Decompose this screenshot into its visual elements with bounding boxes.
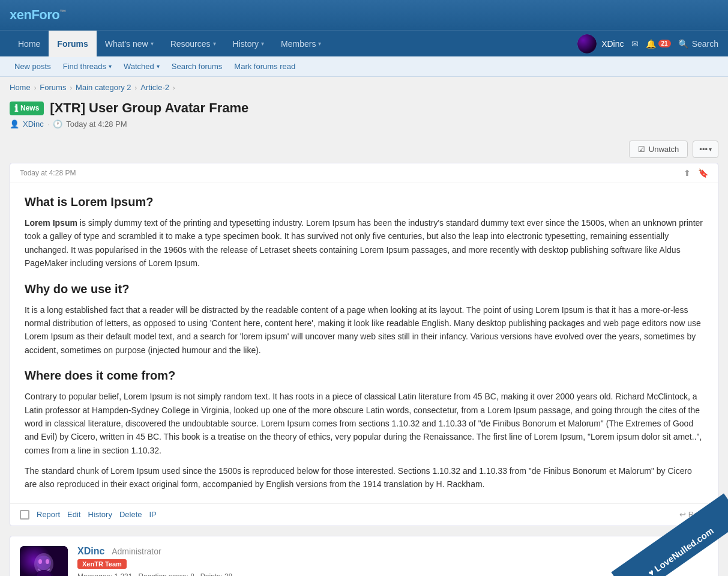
members-chevron-icon: ▾ — [318, 40, 321, 47]
stats-sep-2: · — [196, 572, 200, 576]
logo-trademark: ™ — [59, 8, 66, 16]
user-icon: 👤 — [10, 120, 19, 129]
section-heading-3: Where does it come from? — [25, 369, 703, 383]
thread-title-text: [XTR] User Group Avatar Frame — [50, 100, 248, 116]
thread-author[interactable]: XDinc — [23, 120, 44, 129]
resources-chevron-icon: ▾ — [213, 40, 216, 47]
notifications-button[interactable]: 🔔 21 — [646, 39, 671, 49]
logo-part2: Foro — [31, 7, 59, 22]
more-icon: ••• — [699, 145, 708, 154]
section-heading-2: Why do we use it? — [25, 282, 703, 296]
reply-button[interactable]: ↩ Reply — [679, 510, 708, 519]
user-name-row: XDinc Administrator — [77, 546, 708, 557]
post-footer: Report Edit History Delete IP ↩ Reply — [10, 503, 718, 526]
user-tag-row: XenTR Team — [77, 557, 708, 569]
main-nav: Home Forums What's new ▾ Resources ▾ His… — [0, 30, 728, 56]
breadcrumb-main-category[interactable]: Main category 2 — [76, 83, 131, 92]
points-count: 38 — [224, 572, 232, 576]
reaction-count: 8 — [190, 572, 194, 576]
post-header-actions: ⬆ 🔖 — [684, 168, 708, 178]
user-avatar-small — [577, 34, 597, 53]
user-name[interactable]: XDinc — [77, 546, 104, 556]
subnav-search-forums[interactable]: Search forums — [167, 56, 227, 77]
ip-link[interactable]: IP — [149, 510, 156, 519]
edit-link[interactable]: Edit — [67, 510, 80, 519]
thread-timestamp: Today at 4:28 PM — [66, 120, 127, 129]
history-link[interactable]: History — [88, 510, 112, 519]
post-header: Today at 4:28 PM ⬆ 🔖 — [10, 163, 718, 183]
nav-items: Home Forums What's new ▾ Resources ▾ His… — [10, 31, 577, 57]
news-icon: ℹ — [14, 103, 18, 114]
search-icon: 🔍 — [678, 39, 688, 49]
news-badge: ℹ News — [10, 102, 44, 115]
username-label: XDinc — [601, 39, 624, 49]
breadcrumb-sep-3: › — [135, 84, 137, 91]
user-tag: XenTR Team — [77, 559, 127, 569]
nav-item-whatsnew[interactable]: What's new ▾ — [97, 31, 162, 57]
bookmark-icon[interactable]: 🔖 — [698, 168, 708, 178]
breadcrumb-sep-1: › — [34, 84, 37, 91]
post-content: What is Lorem Ipsum? Lorem Ipsum is simp… — [10, 183, 718, 503]
subnav-mark-read[interactable]: Mark forums read — [229, 56, 300, 77]
unwatch-button[interactable]: ☑ Unwatch — [629, 141, 688, 158]
report-link[interactable]: Report — [37, 510, 60, 519]
user-avatar[interactable] — [20, 546, 68, 576]
user-role: Administrator — [112, 547, 161, 556]
subnav-watched[interactable]: Watched ▾ — [119, 56, 164, 77]
messages-label: Messages: — [77, 572, 112, 576]
nav-item-history[interactable]: History ▾ — [224, 31, 273, 57]
section-paragraph-1: Lorem Ipsum is simply dummy text of the … — [25, 216, 703, 270]
reaction-label: Reaction score: — [138, 572, 188, 576]
thread-actions: ☑ Unwatch ••• ▾ — [0, 136, 728, 163]
nav-item-forums[interactable]: Forums — [49, 31, 96, 57]
nav-right: XDinc ✉ 🔔 21 🔍 Search — [577, 34, 718, 53]
clock-icon: 🕐 — [53, 120, 62, 129]
subnav-new-posts[interactable]: New posts — [10, 56, 56, 77]
logo-part1: xen — [10, 7, 31, 22]
nav-item-home[interactable]: Home — [10, 31, 49, 57]
breadcrumb: Home › Forums › Main category 2 › Articl… — [0, 77, 728, 98]
breadcrumb-sep-2: › — [70, 84, 72, 91]
bell-icon: 🔔 — [646, 39, 656, 49]
breadcrumb-article[interactable]: Article-2 — [140, 83, 169, 92]
more-chevron-icon: ▾ — [709, 146, 712, 153]
section-paragraph-2: It is a long established fact that a rea… — [25, 303, 703, 357]
notifications-badge: 21 — [658, 40, 671, 47]
share-icon[interactable]: ⬆ — [684, 168, 691, 178]
svg-point-3 — [38, 559, 42, 564]
logo[interactable]: xenForo™ — [10, 7, 66, 23]
more-options-button[interactable]: ••• ▾ — [693, 141, 718, 158]
history-chevron-icon: ▾ — [261, 40, 264, 47]
thread-meta: 👤 XDinc · 🕐 Today at 4:28 PM — [10, 120, 718, 129]
whatsnew-chevron-icon: ▾ — [151, 40, 154, 47]
delete-link[interactable]: Delete — [119, 510, 142, 519]
svg-point-4 — [46, 559, 49, 564]
breadcrumb-sep-4: › — [173, 84, 175, 91]
nav-item-resources[interactable]: Resources ▾ — [162, 31, 224, 57]
watched-chevron-icon: ▾ — [157, 63, 160, 70]
avatar-image — [20, 546, 68, 576]
breadcrumb-forums[interactable]: Forums — [40, 83, 66, 92]
section-heading-1: What is Lorem Ipsum? — [25, 195, 703, 209]
search-button[interactable]: 🔍 Search — [678, 39, 718, 49]
thread-title: ℹ News [XTR] User Group Avatar Frame — [10, 100, 718, 116]
points-label: Points: — [200, 572, 223, 576]
breadcrumb-home[interactable]: Home — [10, 83, 31, 92]
post-select-checkbox[interactable] — [20, 510, 29, 520]
user-stats: Messages: 1,231 · Reaction score: 8 · Po… — [77, 572, 708, 576]
check-icon: ☑ — [638, 145, 645, 154]
mail-icon: ✉ — [631, 39, 639, 49]
mail-button[interactable]: ✉ — [631, 39, 639, 49]
bold-text-1: Lorem Ipsum — [25, 218, 77, 228]
subnav-find-threads[interactable]: Find threads ▾ — [58, 56, 116, 77]
nav-item-members[interactable]: Members ▾ — [272, 31, 329, 57]
top-bar: xenForo™ — [0, 0, 728, 30]
user-menu[interactable]: XDinc — [577, 34, 624, 53]
sub-nav: New posts Find threads ▾ Watched ▾ Searc… — [0, 56, 728, 77]
user-info: XDinc Administrator XenTR Team Messages:… — [77, 546, 708, 576]
thread-meta-sep: · — [47, 120, 50, 129]
user-card: XDinc Administrator XenTR Team Messages:… — [10, 536, 718, 576]
messages-count: 1,231 — [114, 572, 132, 576]
page-title-area: ℹ News [XTR] User Group Avatar Frame 👤 X… — [0, 98, 728, 136]
section-paragraph-3: Contrary to popular belief, Lorem Ipsum … — [25, 390, 703, 457]
